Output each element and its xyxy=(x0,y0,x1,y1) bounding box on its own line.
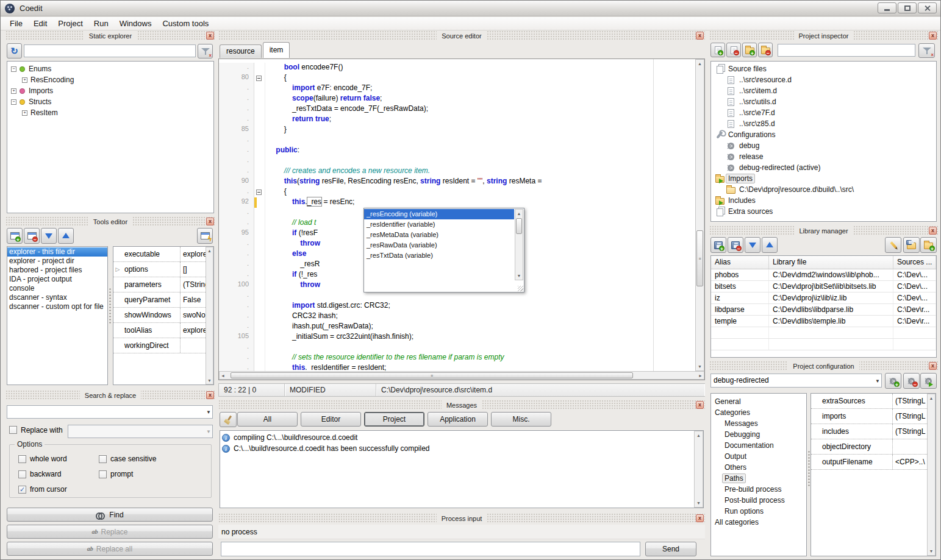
project-tree[interactable]: Source files..\src\resource.d..\src\item… xyxy=(710,61,937,222)
category-item-pre-build-process[interactable]: Pre-build process xyxy=(714,484,806,495)
expand-expand-icon[interactable]: + xyxy=(11,88,16,94)
completion-item[interactable]: _resTxtData (variable) xyxy=(364,250,514,261)
project-tree-item[interactable]: ..\src\e7F.d xyxy=(714,107,936,118)
configuration-grid[interactable]: extraSources(TStringLimports(TStringLinc… xyxy=(810,393,936,556)
inspector-filter-input[interactable] xyxy=(778,44,915,57)
category-item-documentation[interactable]: Documentation xyxy=(714,440,806,451)
filter-button-all[interactable]: All xyxy=(237,412,298,427)
menu-item-project[interactable]: Project xyxy=(52,18,88,29)
configuration-categories[interactable]: GeneralCategoriesMessagesDebuggingDocume… xyxy=(710,393,807,556)
tree-item-enums[interactable]: −Enums xyxy=(10,63,213,74)
category-item-messages[interactable]: Messages xyxy=(714,418,806,429)
property-row[interactable]: imports(TStringL xyxy=(811,409,927,424)
project-tree-item[interactable]: Imports xyxy=(714,173,936,184)
library-row[interactable]: bitsetsC:\Dev\dproj\bitSet\lib\bitsets.l… xyxy=(711,281,936,292)
fold-collapse-icon[interactable] xyxy=(256,76,262,81)
close-button[interactable] xyxy=(918,2,937,13)
editor-tab-resource[interactable]: resource xyxy=(220,44,262,58)
property-row[interactable]: includes(TStringL xyxy=(811,424,927,439)
move-tool-down-button[interactable] xyxy=(41,228,57,244)
library-row[interactable]: phobosC:\Dev\dmd2\windows\lib\phob...C:\… xyxy=(711,269,936,281)
category-item-general[interactable]: General xyxy=(714,396,806,407)
close-panel-button[interactable]: x xyxy=(696,401,704,409)
tool-properties-grid[interactable]: executableexplorer▷options[]parameters(T… xyxy=(113,246,214,385)
project-tree-item[interactable]: release xyxy=(714,151,936,162)
editor-hscroll-thumb[interactable]: ≡ xyxy=(231,372,633,378)
editor-tab-item[interactable]: item xyxy=(263,42,290,58)
remove-folder-button[interactable]: − xyxy=(758,43,773,57)
column-header-alias[interactable]: Alias xyxy=(711,256,769,269)
project-tree-item[interactable]: ..\src\z85.d xyxy=(714,118,936,129)
menu-item-file[interactable]: File xyxy=(4,18,28,29)
close-panel-button[interactable]: x xyxy=(696,32,704,40)
library-from-project-button[interactable] xyxy=(903,237,920,253)
project-tree-item[interactable]: debug xyxy=(714,140,936,151)
completion-item[interactable]: _resEncoding (variable) xyxy=(364,209,514,219)
process-input-field[interactable] xyxy=(221,542,640,556)
move-tool-up-button[interactable] xyxy=(58,228,74,244)
close-panel-button[interactable]: x xyxy=(206,391,214,399)
checkbox[interactable] xyxy=(99,470,107,478)
column-header-sources[interactable]: Sources ... xyxy=(893,256,936,269)
clear-filter-button[interactable]: x xyxy=(198,44,213,58)
close-panel-button[interactable]: x xyxy=(206,218,214,225)
message-item[interactable]: icompiling C:\...\build\resource.d.coedi… xyxy=(220,432,693,443)
expand-expand-icon[interactable]: + xyxy=(22,110,27,116)
remove-library-button[interactable]: − xyxy=(728,237,743,253)
libraries-table[interactable]: AliasLibrary fileSources ... phobosC:\De… xyxy=(710,255,937,358)
completion-scroll-thumb[interactable] xyxy=(516,218,522,234)
property-row[interactable]: workingDirect xyxy=(113,338,206,353)
tool-grid-scrollbar[interactable]: ▲ ▼ xyxy=(206,247,213,385)
tool-list-item[interactable]: explorer - this file dir xyxy=(7,247,107,257)
window-titlebar[interactable]: Coedit xyxy=(1,1,940,16)
tool-list-item[interactable]: dscanner - custom opt for file xyxy=(7,302,107,311)
replace-all-button[interactable]: ab Replace all xyxy=(7,542,213,556)
tool-list-item[interactable]: console xyxy=(7,284,107,293)
tool-list-item[interactable]: dscanner - syntax xyxy=(7,293,107,302)
category-item-debugging[interactable]: Debugging xyxy=(714,429,806,440)
category-item-post-build-process[interactable]: Post-build process xyxy=(714,495,806,506)
property-row[interactable]: parameters(TStringL xyxy=(113,277,206,292)
messages-list[interactable]: icompiling C:\...\build\resource.d.coedi… xyxy=(220,430,704,508)
column-header-libraryfile[interactable]: Library file xyxy=(769,256,893,269)
property-row[interactable]: outputFilename<CPP>..\ xyxy=(811,455,927,470)
tool-list-item[interactable]: harbored - project files xyxy=(7,266,107,275)
tree-item-resencoding[interactable]: +ResEncoding xyxy=(10,74,213,85)
checkbox[interactable] xyxy=(18,470,26,478)
move-library-down-button[interactable] xyxy=(745,237,760,253)
property-row[interactable]: executableexplorer xyxy=(113,247,206,262)
close-panel-button[interactable]: x xyxy=(206,32,214,40)
menu-item-edit[interactable]: Edit xyxy=(28,18,52,29)
checkbox[interactable] xyxy=(99,455,107,463)
symbol-tree[interactable]: −Enums+ResEncoding+Imports−Structs+ResIt… xyxy=(7,61,214,213)
filter-button-application[interactable]: Application xyxy=(428,412,488,427)
editor-vscroll-thumb[interactable]: ≡ xyxy=(696,230,703,286)
tree-item-structs[interactable]: −Structs xyxy=(10,96,213,107)
maximize-button[interactable] xyxy=(898,2,917,13)
tree-item-resitem[interactable]: +ResItem xyxy=(10,107,213,118)
category-item-output[interactable]: Output xyxy=(714,451,806,462)
add-source-button[interactable]: + xyxy=(710,43,725,57)
expand-expand-icon[interactable]: + xyxy=(22,77,27,83)
category-item-categories[interactable]: Categories xyxy=(714,407,806,418)
property-row[interactable]: queryParametFalse xyxy=(113,292,206,308)
library-row[interactable]: templeC:\Dev\dlibs\temple.libC:\Dev\r... xyxy=(711,316,936,327)
search-option-from-cursor[interactable]: ✓from cursor xyxy=(18,485,67,494)
property-row[interactable]: objectDirectory xyxy=(811,439,927,455)
project-tree-item[interactable]: Extra sources xyxy=(714,206,936,217)
add-configuration-button[interactable]: + xyxy=(885,373,901,389)
expand-collapse-icon[interactable]: − xyxy=(11,99,16,105)
configuration-grid-scrollbar[interactable]: ▲ ▼ xyxy=(927,394,936,556)
edit-library-button[interactable] xyxy=(885,237,901,253)
tree-item-imports[interactable]: +Imports xyxy=(10,85,213,96)
expand-collapse-icon[interactable]: − xyxy=(11,66,16,72)
search-option-whole-word[interactable]: whole word xyxy=(18,455,67,463)
execute-tool-button[interactable]: ϟ xyxy=(197,228,213,244)
category-item-paths[interactable]: Paths xyxy=(714,473,806,484)
remove-configuration-button[interactable]: − xyxy=(903,373,920,389)
project-tree-item[interactable]: Includes xyxy=(714,195,936,206)
property-row[interactable]: extraSources(TStringL xyxy=(811,394,927,409)
tool-list-item[interactable]: IDA - project output xyxy=(7,275,107,284)
library-row[interactable]: libdparseC:\Dev\dlibs\libdparse.libC:\De… xyxy=(711,304,936,316)
category-item-run-options[interactable]: Run options xyxy=(714,506,806,517)
